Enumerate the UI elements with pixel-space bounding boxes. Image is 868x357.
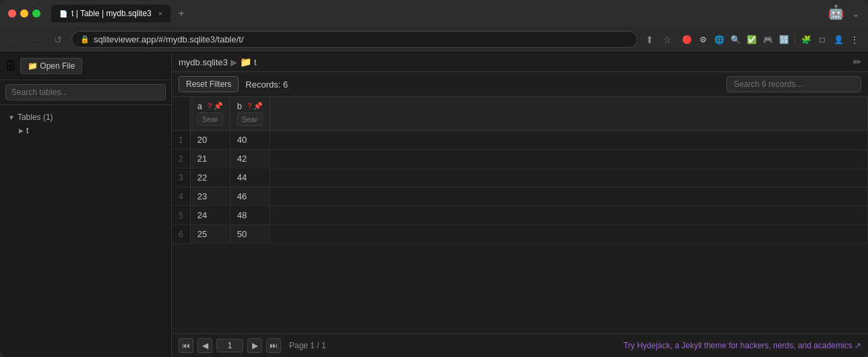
- table-row[interactable]: 3 22 44: [172, 168, 868, 187]
- chevron-down-icon[interactable]: ⌄: [852, 8, 860, 19]
- table-body: 1 20 40 2 21 42 3 22 44 4 23 46 5 24 48 …: [172, 131, 868, 244]
- next-page-button[interactable]: ▶: [247, 338, 262, 353]
- traffic-lights: [8, 9, 40, 18]
- sidebar-header: 🗄 📁 Open File: [0, 53, 171, 80]
- edit-button[interactable]: ✏: [853, 57, 861, 67]
- col-a-pin-icon[interactable]: 📌: [214, 102, 223, 110]
- search-tables-input[interactable]: [5, 84, 166, 100]
- more-options-button[interactable]: ⋮: [848, 33, 861, 46]
- ext-icon-2[interactable]: ⚙: [696, 33, 710, 46]
- cell-a[interactable]: 23: [190, 187, 230, 206]
- page-input[interactable]: [216, 339, 243, 352]
- back-button[interactable]: ←: [7, 32, 23, 48]
- col-b-question-icon[interactable]: ?: [247, 102, 252, 110]
- row-num-cell: 4: [172, 187, 190, 206]
- browser-controls-right: 🤖 ⌄: [828, 4, 860, 23]
- row-num-header: [172, 97, 190, 131]
- browser-window: 📄 t | Table | mydb.sqlite3 × + 🤖 ⌄ ← → ↺…: [0, 0, 868, 357]
- maximize-button[interactable]: [32, 9, 40, 18]
- col-b-name: b: [237, 101, 242, 111]
- sidebar: 🗄 📁 Open File ▼ Tables (1) ▶ t: [0, 53, 172, 357]
- cell-b[interactable]: 44: [230, 168, 270, 187]
- lock-icon: 🔒: [80, 35, 90, 44]
- address-bar: ← → ↺ 🔒 sqliteviewer.app/#/mydb.sqlite3/…: [0, 27, 868, 53]
- tree-section-tables: ▼ Tables (1) ▶ t: [0, 108, 171, 140]
- tables-chevron-icon: ▼: [8, 114, 15, 121]
- ext-icon-3[interactable]: 🌐: [712, 33, 726, 46]
- search-col-a-input[interactable]: [197, 112, 223, 126]
- close-button[interactable]: [8, 9, 16, 18]
- breadcrumb-table: t: [254, 57, 257, 67]
- table-row[interactable]: 5 24 48: [172, 206, 868, 225]
- open-file-button[interactable]: 📁 Open File: [20, 58, 82, 74]
- tab-close-button[interactable]: ×: [158, 9, 162, 18]
- ext-icon-7[interactable]: 🔢: [777, 33, 790, 46]
- table-row[interactable]: 2 21 42: [172, 150, 868, 168]
- first-page-button[interactable]: ⏮: [179, 338, 193, 353]
- cell-b[interactable]: 48: [230, 206, 270, 225]
- empty-col-cell: [270, 225, 867, 244]
- cell-a[interactable]: 25: [190, 225, 230, 244]
- column-header-a: a ? 📌: [190, 97, 230, 131]
- cell-a[interactable]: 22: [190, 168, 230, 187]
- title-bar: 📄 t | Table | mydb.sqlite3 × + 🤖 ⌄: [0, 0, 868, 27]
- col-a-question-icon[interactable]: ?: [208, 102, 212, 110]
- address-text: sqliteviewer.app/#/mydb.sqlite3/table/t/: [94, 34, 244, 44]
- table-header-row: a ? 📌 b: [172, 97, 868, 131]
- bookmark-icon[interactable]: ☆: [660, 33, 675, 46]
- records-count: Records: 6: [245, 79, 288, 90]
- forward-button[interactable]: →: [28, 32, 44, 48]
- browser-extensions: 🔴 ⚙ 🌐 🔍 ✅ 🎮 🔢 🧩 □ 👤 ⋮: [680, 33, 861, 46]
- refresh-button[interactable]: ↺: [50, 32, 66, 48]
- cell-a[interactable]: 24: [190, 206, 230, 225]
- cell-b[interactable]: 50: [230, 225, 270, 244]
- sidebar-item-t[interactable]: ▶ t: [5, 124, 166, 137]
- new-tab-button[interactable]: +: [173, 5, 189, 22]
- ext-icon-1[interactable]: 🔴: [680, 33, 693, 46]
- hydejack-link[interactable]: Try Hydejack, a Jekyll theme for hackers…: [623, 341, 861, 350]
- tab-bar: 📄 t | Table | mydb.sqlite3 × +: [51, 5, 822, 22]
- search-records-input[interactable]: [726, 76, 861, 92]
- empty-col-cell: [270, 206, 867, 225]
- ext-icon-4[interactable]: 🔍: [728, 33, 742, 46]
- sidebar-search: [0, 80, 171, 105]
- row-num-cell: 3: [172, 168, 190, 187]
- cell-b[interactable]: 46: [230, 187, 270, 206]
- breadcrumb-icon: 📁: [240, 57, 251, 67]
- empty-col-cell: [270, 187, 867, 206]
- table-row[interactable]: 1 20 40: [172, 131, 868, 150]
- address-field[interactable]: 🔒 sqliteviewer.app/#/mydb.sqlite3/table/…: [71, 31, 638, 48]
- cell-b[interactable]: 42: [230, 150, 270, 168]
- table-row[interactable]: 4 23 46: [172, 187, 868, 206]
- ext-icon-8[interactable]: 🧩: [799, 33, 813, 46]
- cell-a[interactable]: 21: [190, 150, 230, 168]
- cell-b[interactable]: 40: [230, 131, 270, 150]
- toolbar-icons: ⬆ ☆: [643, 33, 675, 46]
- row-num-cell: 2: [172, 150, 190, 168]
- app-layout: 🗄 📁 Open File ▼ Tables (1) ▶ t: [0, 53, 868, 357]
- breadcrumb: mydb.sqlite3 ▶ 📁 t: [179, 57, 846, 67]
- ext-icon-10[interactable]: 👤: [832, 33, 845, 46]
- share-icon[interactable]: ⬆: [643, 33, 656, 46]
- search-col-b-input[interactable]: [237, 112, 263, 126]
- minimize-button[interactable]: [20, 9, 28, 18]
- last-page-button[interactable]: ⏭: [266, 338, 281, 353]
- ext-icon-6[interactable]: 🎮: [761, 33, 774, 46]
- prev-page-button[interactable]: ◀: [197, 338, 212, 353]
- filter-bar: Reset Filters Records: 6: [172, 72, 868, 97]
- main-toolbar: mydb.sqlite3 ▶ 📁 t ✏: [172, 53, 868, 72]
- table-arrow-icon: ▶: [19, 127, 24, 134]
- database-icon: 🗄: [5, 60, 16, 72]
- active-tab[interactable]: 📄 t | Table | mydb.sqlite3 ×: [51, 5, 170, 22]
- tables-label: Tables (1): [18, 112, 53, 122]
- reset-filters-button[interactable]: Reset Filters: [179, 76, 239, 92]
- ext-icon-5[interactable]: ✅: [745, 33, 758, 46]
- table-row[interactable]: 6 25 50: [172, 225, 868, 244]
- cell-a[interactable]: 20: [190, 131, 230, 150]
- ext-icon-9[interactable]: □: [815, 33, 829, 46]
- col-b-pin-icon[interactable]: 📌: [253, 102, 263, 110]
- android-icon: 🤖: [828, 4, 846, 23]
- tables-header[interactable]: ▼ Tables (1): [5, 110, 166, 124]
- breadcrumb-db: mydb.sqlite3: [179, 57, 228, 67]
- main-content: mydb.sqlite3 ▶ 📁 t ✏ Reset Filters Recor…: [172, 53, 868, 357]
